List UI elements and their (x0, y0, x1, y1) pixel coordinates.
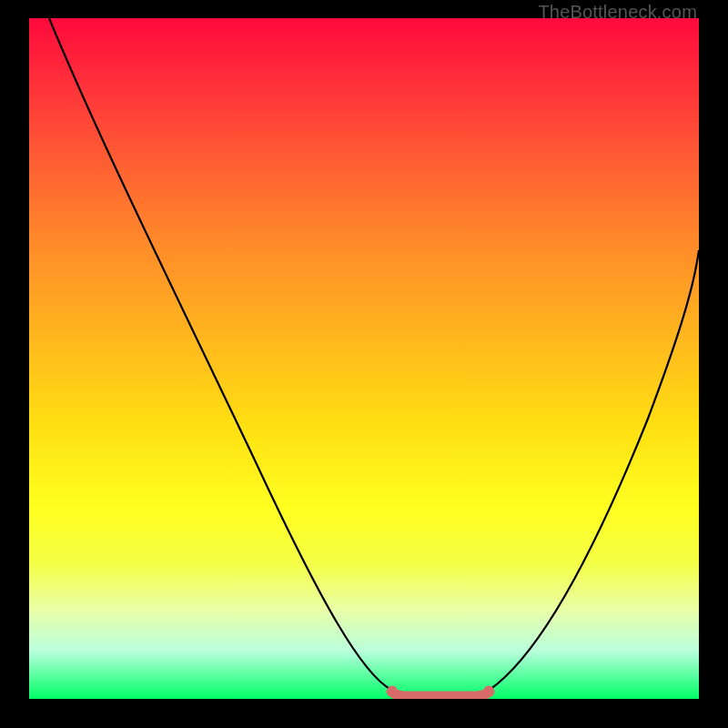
flat-segment-dot-left (388, 686, 398, 696)
chart-frame: TheBottleneck.com (0, 0, 728, 728)
plot-area (29, 18, 699, 699)
flat-segment-dot-right (484, 686, 494, 696)
bottleneck-curve (49, 18, 699, 695)
curve-layer (29, 18, 699, 699)
optimal-flat-segment (391, 692, 490, 696)
